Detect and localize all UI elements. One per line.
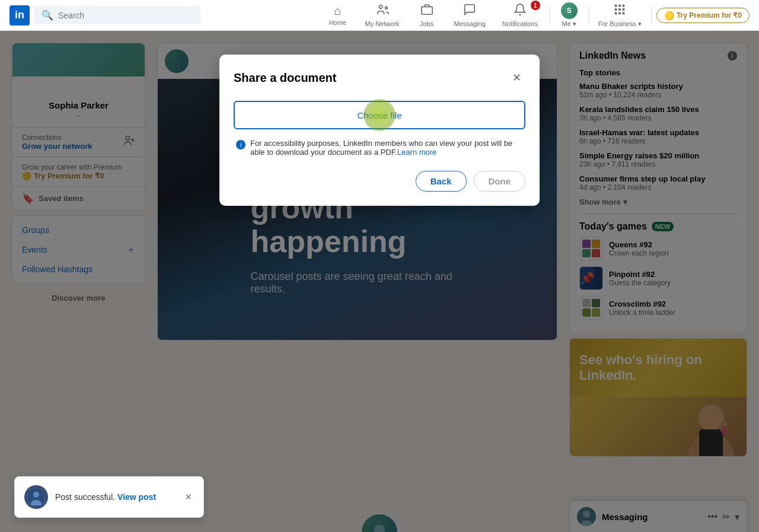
svg-point-0 <box>379 5 382 9</box>
modal-title: Share a document <box>234 71 336 85</box>
nav-me[interactable]: S Me ▾ <box>555 0 583 30</box>
home-icon: ⌂ <box>334 4 341 18</box>
svg-rect-10 <box>618 12 621 14</box>
search-bar[interactable]: 🔍 <box>34 6 200 24</box>
modal-close-button[interactable]: ✕ <box>508 69 525 87</box>
svg-rect-9 <box>615 12 617 14</box>
svg-rect-5 <box>623 4 625 7</box>
post-success-toast: Post successful. View post × <box>14 476 204 518</box>
choose-file-label: Choose file <box>357 110 401 120</box>
view-post-link[interactable]: View post <box>117 492 156 502</box>
nav-divider2 <box>588 6 589 25</box>
info-circle-icon: i <box>236 140 245 149</box>
user-avatar-nav: S <box>561 2 578 19</box>
share-document-modal: Share a document ✕ Choose file i For acc… <box>219 55 540 206</box>
svg-rect-3 <box>615 4 617 7</box>
svg-point-1 <box>385 7 387 9</box>
nav-icons: ⌂ Home My Network Jobs Messaging 1 <box>320 0 750 31</box>
svg-rect-11 <box>623 12 625 14</box>
messaging-icon <box>463 3 476 19</box>
modal-overlay[interactable]: Share a document ✕ Choose file i For acc… <box>0 31 759 532</box>
svg-rect-4 <box>618 4 621 7</box>
svg-point-23 <box>33 492 39 498</box>
svg-rect-7 <box>618 8 621 11</box>
accessibility-text: For accessibility purposes, LinkedIn mem… <box>250 139 523 157</box>
nav-notifications[interactable]: 1 Notifications <box>495 0 545 31</box>
grid-icon <box>613 3 626 19</box>
svg-rect-6 <box>615 8 617 11</box>
modal-header: Share a document ✕ <box>234 69 525 87</box>
accessibility-notice: i For accessibility purposes, LinkedIn m… <box>234 139 525 157</box>
nav-divider3 <box>651 6 652 25</box>
svg-rect-2 <box>421 7 432 14</box>
close-icon: ✕ <box>512 71 521 84</box>
done-button[interactable]: Done <box>474 171 526 192</box>
nav-messaging[interactable]: Messaging <box>447 0 493 31</box>
modal-footer: Back Done <box>234 171 525 192</box>
toast-avatar <box>24 485 48 509</box>
premium-icon: 🟡 <box>664 11 674 20</box>
svg-rect-8 <box>623 8 625 11</box>
toast-text: Post successful. View post <box>55 492 176 502</box>
search-input[interactable] <box>58 11 193 20</box>
nav-network[interactable]: My Network <box>358 0 407 31</box>
back-button[interactable]: Back <box>416 171 467 192</box>
nav-jobs[interactable]: Jobs <box>409 0 445 31</box>
notification-badge: 1 <box>531 1 540 10</box>
choose-file-area[interactable]: Choose file <box>234 101 525 129</box>
premium-button[interactable]: 🟡 Try Premium for ₹0 <box>656 8 750 23</box>
toast-close-button[interactable]: × <box>183 491 194 504</box>
nav-divider <box>550 6 550 25</box>
learn-more-link[interactable]: Learn more <box>397 148 436 157</box>
search-icon: 🔍 <box>42 9 53 21</box>
nav-for-business[interactable]: For Business ▾ <box>594 1 646 30</box>
linkedin-logo[interactable]: in <box>9 5 30 26</box>
network-icon <box>376 3 389 19</box>
navbar: in 🔍 ⌂ Home My Network Jobs Messaging <box>0 0 759 31</box>
bell-icon <box>514 3 527 19</box>
jobs-icon <box>420 3 433 19</box>
nav-home[interactable]: ⌂ Home <box>320 1 356 30</box>
